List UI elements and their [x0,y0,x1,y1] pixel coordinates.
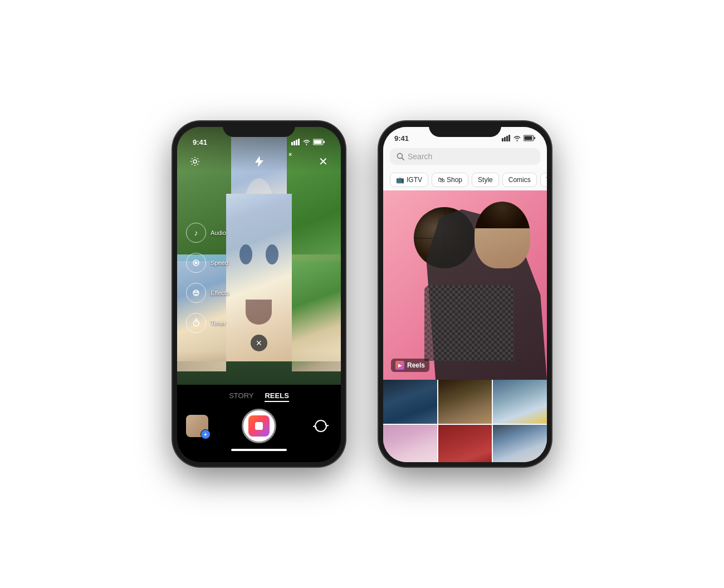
svg-rect-0 [291,142,293,145]
category-chips: 📺 IGTV 🛍 Shop Style Comics TV & Movie [383,169,547,190]
tv-chip-label: TV & Movie [546,176,547,184]
speed-icon [186,253,206,273]
wifi-icon-2 [513,135,521,141]
svg-rect-6 [314,140,322,144]
person-head [474,202,530,268]
style-chip-label: Style [478,176,493,184]
battery-icon-2 [524,135,536,141]
shop-chip-label: Shop [447,176,462,184]
svg-rect-2 [296,140,297,145]
status-bar-explore: 9:41 [383,127,547,144]
explore-screen: 9:41 [383,127,547,462]
effects-icon [186,283,206,303]
reels-record-icon [248,415,270,437]
thumb-6[interactable] [493,425,547,462]
svg-marker-9 [195,262,198,264]
svg-rect-23 [525,136,532,140]
chip-igtv[interactable]: 📺 IGTV [390,173,428,187]
chip-style[interactable]: Style [472,173,499,187]
time-display: 9:41 [193,138,207,146]
face-cell-bot-right [287,261,341,362]
speed-label: Speed [211,259,228,266]
svg-rect-20 [508,135,510,141]
svg-rect-22 [534,137,535,139]
svg-rect-18 [504,137,506,141]
home-indicator [231,449,287,451]
svg-point-11 [194,291,195,292]
jacket-pattern [424,285,515,361]
time-display-2: 9:41 [394,134,409,143]
page: 9:41 [0,0,724,588]
close-camera-button[interactable]: ✕ [314,153,332,170]
explore-hero-image: ▶ Reels [383,190,547,380]
mode-story[interactable]: STORY [229,391,253,402]
search-icon [397,153,404,160]
svg-rect-17 [502,138,503,141]
wifi-icon [302,139,311,145]
svg-rect-5 [324,141,325,143]
mode-reels[interactable]: REELS [265,391,288,402]
status-icons [291,139,325,145]
camera-screen: 9:41 [177,127,341,462]
search-placeholder: Search [408,152,432,161]
camera-mode-selector: STORY REELS [186,391,332,402]
camera-side-controls: ♪ Audio Speed [186,223,229,333]
svg-rect-1 [293,141,295,145]
igtv-chip-icon: 📺 [396,176,404,184]
svg-rect-19 [506,136,508,141]
audio-icon: ♪ [186,223,206,243]
shutter-button[interactable] [242,409,276,443]
thumb-3[interactable] [493,380,547,424]
signal-icon-2 [502,135,511,141]
thumb-2[interactable] [438,380,492,424]
svg-point-7 [193,160,197,163]
phone-reels-camera: 9:41 [173,121,345,467]
search-bar-wrapper: Search [383,144,547,169]
status-icons-2 [502,135,536,141]
chip-comics[interactable]: Comics [502,173,537,187]
thumb-1[interactable] [383,380,437,424]
thumb-4[interactable] [383,425,437,462]
thumb-5[interactable] [438,425,492,462]
search-bar[interactable]: Search [390,148,540,165]
speed-control[interactable]: Speed [186,253,229,273]
reels-label-badge: ▶ Reels [391,359,429,372]
chip-shop[interactable]: 🛍 Shop [432,173,468,187]
reels-icon: ▶ [395,361,404,370]
reels-text: Reels [407,361,425,369]
timer-control[interactable]: Timer [186,313,229,333]
phone-explore: 9:41 [379,121,551,467]
settings-button[interactable] [186,153,204,170]
audio-control[interactable]: ♪ Audio [186,223,229,243]
audio-label: Audio [211,229,226,236]
explore-thumbnail-grid [383,380,547,462]
chip-tv-movie[interactable]: TV & Movie [540,173,547,187]
comics-chip-label: Comics [508,176,531,184]
remove-segment-button[interactable]: ✕ [251,335,267,351]
camera-bottom-bar: STORY REELS [177,385,341,462]
timer-label: Timer [211,320,226,326]
effects-label: Effects [211,290,229,296]
signal-icon [291,139,300,145]
gallery-thumbnail[interactable] [186,415,208,437]
camera-top-controls: × ✕ [177,148,341,175]
battery-icon [313,139,325,145]
flip-camera-button[interactable] [310,415,332,437]
svg-point-12 [197,291,198,292]
timer-icon [186,313,206,333]
camera-controls-row [186,409,332,443]
flash-button[interactable]: × [250,153,268,170]
igtv-chip-label: IGTV [407,176,422,184]
effects-control[interactable]: Effects [186,283,229,303]
svg-rect-3 [298,139,300,145]
shop-chip-icon: 🛍 [438,176,444,184]
